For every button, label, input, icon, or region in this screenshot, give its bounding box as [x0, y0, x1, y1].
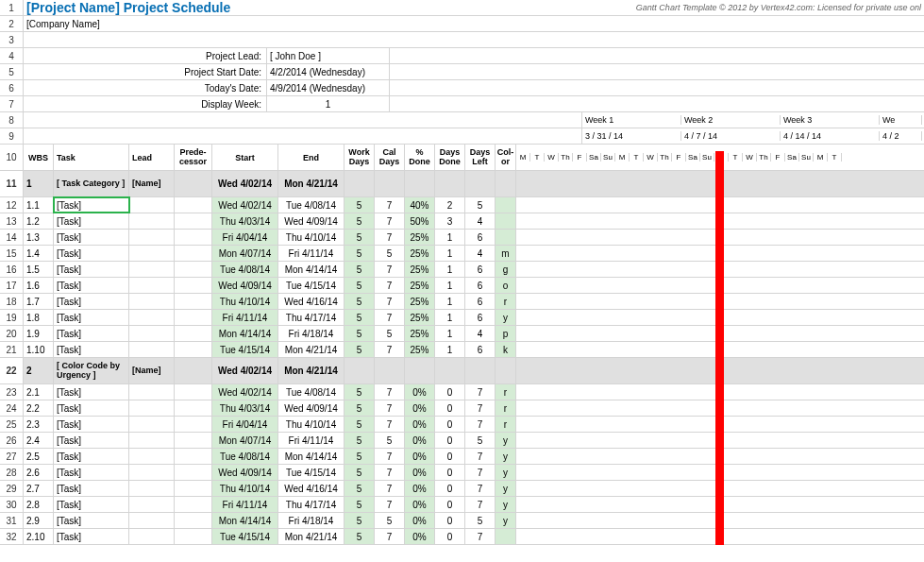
cell-task[interactable]: [Task]: [54, 529, 129, 544]
cell-wbs[interactable]: 2.8: [24, 497, 54, 512]
cell-lead[interactable]: [129, 513, 175, 528]
cell-wd[interactable]: 5: [344, 246, 375, 261]
cell-wbs[interactable]: 2.10: [24, 529, 54, 544]
cell-wd[interactable]: 5: [344, 400, 375, 416]
task-row[interactable]: 13 1.2 [Task] Thu 4/03/14 Wed 4/09/14 5 …: [0, 213, 924, 230]
task-row[interactable]: 15 1.4 [Task] Mon 4/07/14 Fri 4/11/14 5 …: [0, 246, 924, 262]
hdr-wd[interactable]: Work Days: [344, 145, 375, 170]
task-row[interactable]: 27 2.5 [Task] Tue 4/08/14 Mon 4/14/14 5 …: [0, 449, 924, 465]
cell-wbs[interactable]: 2.7: [24, 481, 54, 496]
cell-start[interactable]: Wed 4/02/14: [212, 384, 278, 400]
meta-start-value[interactable]: 4/2/2014 (Wednesday): [267, 64, 390, 79]
cell-cd[interactable]: 7: [375, 197, 405, 213]
day-header[interactable]: F: [771, 153, 785, 162]
cell-task[interactable]: [Task]: [54, 417, 129, 432]
cell-wd[interactable]: 5: [344, 197, 375, 213]
cell-wd[interactable]: 5: [344, 497, 375, 512]
week-date[interactable]: 3 / 31 / 14: [582, 131, 681, 141]
task-row[interactable]: 21 1.10 [Task] Tue 4/15/14 Mon 4/21/14 5…: [0, 342, 924, 358]
cell-wbs[interactable]: 2.9: [24, 513, 54, 528]
cell-end[interactable]: Thu 4/17/14: [278, 497, 344, 512]
cell-cd[interactable]: 7: [375, 213, 405, 229]
cell-wbs[interactable]: 2.5: [24, 449, 54, 464]
cell-dd[interactable]: 1: [435, 262, 465, 277]
cell-end[interactable]: Wed 4/16/14: [278, 294, 344, 309]
meta-lead-value[interactable]: [ John Doe ]: [267, 48, 390, 63]
cell-task[interactable]: [Task]: [54, 230, 129, 245]
cell-co[interactable]: [496, 197, 516, 213]
cell-start[interactable]: Fri 4/11/14: [212, 310, 278, 325]
cell-start[interactable]: Thu 4/03/14: [212, 400, 278, 416]
cell-wbs[interactable]: 1.8: [24, 310, 54, 325]
cell-wd[interactable]: 5: [344, 481, 375, 496]
task-row[interactable]: 16 1.5 [Task] Tue 4/08/14 Mon 4/14/14 5 …: [0, 262, 924, 278]
cat-start[interactable]: Wed 4/02/14: [212, 171, 278, 196]
page-title[interactable]: [Project Name] Project Schedule: [24, 0, 401, 15]
cell-pred[interactable]: [175, 449, 212, 464]
cell-start[interactable]: Fri 4/11/14: [212, 497, 278, 512]
cell-end[interactable]: Mon 4/21/14: [278, 342, 344, 357]
cell-pred[interactable]: [175, 197, 212, 213]
cell-co[interactable]: y: [496, 465, 516, 480]
cell-start[interactable]: Fri 4/04/14: [212, 230, 278, 245]
cell-dd[interactable]: 1: [435, 278, 465, 293]
cell-wbs[interactable]: 1.7: [24, 294, 54, 309]
hdr-task[interactable]: Task: [54, 145, 129, 170]
cell-pred[interactable]: [175, 481, 212, 496]
cell-pred[interactable]: [175, 230, 212, 245]
cell-co[interactable]: [496, 213, 516, 229]
task-row[interactable]: 14 1.3 [Task] Fri 4/04/14 Thu 4/10/14 5 …: [0, 230, 924, 246]
cell-dd[interactable]: 0: [435, 465, 465, 480]
cell-lead[interactable]: [129, 417, 175, 432]
cell-task[interactable]: [Task]: [54, 262, 129, 277]
cell-task[interactable]: [Task]: [54, 400, 129, 416]
cell-task[interactable]: [Task]: [54, 481, 129, 496]
category-row[interactable]: 22 2 [ Color Code by Urgency ] [Name] We…: [0, 358, 924, 384]
company-name[interactable]: [Company Name]: [24, 16, 924, 31]
cell-end[interactable]: Tue 4/15/14: [278, 278, 344, 293]
week-label[interactable]: Week 2: [681, 115, 781, 125]
cell-start[interactable]: Tue 4/08/14: [212, 262, 278, 277]
cell-co[interactable]: r: [496, 417, 516, 432]
task-row[interactable]: 25 2.3 [Task] Fri 4/04/14 Thu 4/10/14 5 …: [0, 417, 924, 433]
cell-cd[interactable]: 7: [375, 465, 405, 480]
cell-task[interactable]: [Task]: [54, 465, 129, 480]
day-header[interactable]: Sa: [785, 153, 799, 162]
cell-wd[interactable]: 5: [344, 230, 375, 245]
cell-start[interactable]: Wed 4/09/14: [212, 278, 278, 293]
task-row[interactable]: 30 2.8 [Task] Fri 4/11/14 Thu 4/17/14 5 …: [0, 497, 924, 513]
day-header[interactable]: Th: [658, 153, 672, 162]
week-label[interactable]: Week 1: [582, 115, 681, 125]
task-row[interactable]: 23 2.1 [Task] Wed 4/02/14 Tue 4/08/14 5 …: [0, 384, 924, 400]
cat-start[interactable]: Wed 4/02/14: [212, 358, 278, 383]
cell-task[interactable]: [Task]: [54, 384, 129, 400]
day-header[interactable]: T: [828, 153, 842, 162]
cell-end[interactable]: Tue 4/08/14: [278, 384, 344, 400]
cell-end[interactable]: Fri 4/11/14: [278, 433, 344, 448]
day-header[interactable]: W: [644, 153, 658, 162]
cell-dd[interactable]: 0: [435, 449, 465, 464]
cell-co[interactable]: r: [496, 400, 516, 416]
cell-end[interactable]: Thu 4/10/14: [278, 230, 344, 245]
cell-pred[interactable]: [175, 294, 212, 309]
cell-lead[interactable]: [129, 433, 175, 448]
day-header[interactable]: Sa: [587, 153, 601, 162]
cell-cd[interactable]: 7: [375, 449, 405, 464]
cat-end[interactable]: Mon 4/21/14: [278, 171, 344, 196]
cat-lead[interactable]: [Name]: [129, 171, 175, 196]
cat-wbs[interactable]: 1: [24, 171, 54, 196]
cell-dd[interactable]: 1: [435, 246, 465, 261]
cell-lead[interactable]: [129, 497, 175, 512]
day-header[interactable]: T: [530, 153, 545, 162]
cell-pred[interactable]: [175, 400, 212, 416]
day-header[interactable]: W: [743, 153, 757, 162]
cell-pd[interactable]: 25%: [405, 230, 435, 245]
cell-co[interactable]: y: [496, 481, 516, 496]
cell-task[interactable]: [Task]: [54, 197, 129, 213]
cell-cd[interactable]: 7: [375, 481, 405, 496]
cell-wd[interactable]: 5: [344, 449, 375, 464]
cell-end[interactable]: Mon 4/14/14: [278, 449, 344, 464]
cell-pred[interactable]: [175, 262, 212, 277]
cell-pred[interactable]: [175, 529, 212, 544]
week-date[interactable]: 4 / 14 / 14: [781, 131, 880, 141]
